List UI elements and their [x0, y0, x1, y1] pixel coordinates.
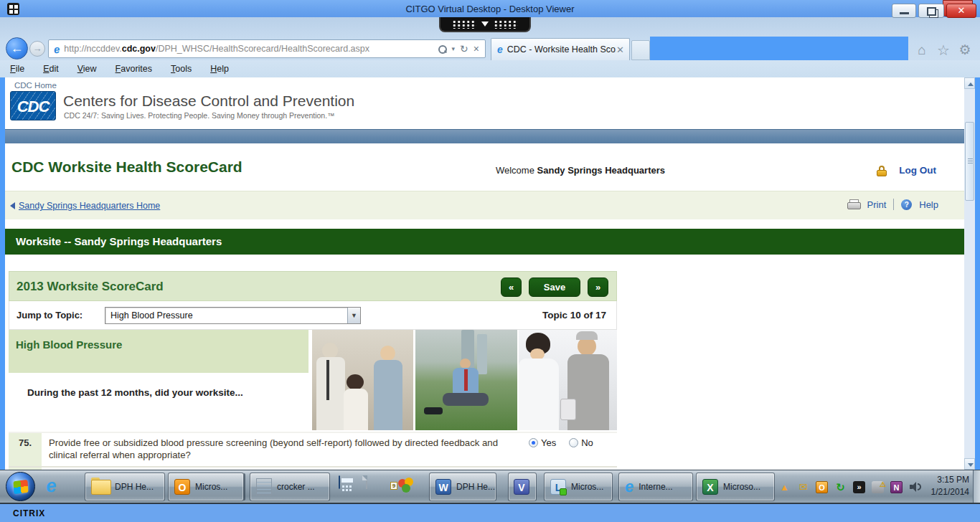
vertical-scrollbar[interactable] [964, 77, 975, 470]
menu-favorites[interactable]: Favorites [116, 64, 152, 74]
document-icon[interactable] [366, 475, 367, 489]
print-link[interactable]: Print [867, 199, 887, 210]
taskbar-button-excel[interactable]: Microso... [696, 473, 775, 501]
outlook-icon [174, 479, 190, 495]
topic-select[interactable]: High Blood Pressure ▼ [105, 307, 361, 324]
menu-help[interactable]: Help [210, 64, 229, 74]
taskbar: e DPH He... Micros... crocker ... DPH He… [0, 470, 980, 503]
sync-icon[interactable] [834, 481, 847, 493]
new-tab-button[interactable] [631, 40, 650, 60]
notch-grip-dots [452, 20, 476, 29]
home-icon[interactable]: ⌂ [913, 42, 931, 59]
outlook-tray-icon[interactable] [816, 481, 828, 493]
menu-file[interactable]: File [10, 64, 24, 74]
search-icon[interactable] [438, 44, 447, 54]
forward-button[interactable]: → [29, 41, 45, 57]
scroll-down-icon[interactable] [964, 458, 975, 470]
warning-status-icon[interactable] [872, 481, 884, 493]
favorites-star-icon[interactable]: ☆ [934, 42, 953, 59]
ie-launcher-icon[interactable]: e [44, 474, 57, 497]
browser-minimize-button[interactable] [892, 4, 916, 18]
taskbar-button-notepad[interactable]: crocker ... [250, 473, 330, 501]
menu-view[interactable]: View [77, 64, 97, 74]
topic-position: Topic 10 of 17 [542, 310, 606, 321]
address-bar[interactable]: e http://nccddev.cdc.gov/DPH_WHSC/Health… [48, 39, 486, 58]
start-button[interactable] [6, 472, 35, 501]
calculator-icon[interactable] [339, 475, 340, 489]
breadcrumb[interactable]: Sandy Springs Headquarters Home [10, 201, 160, 211]
photo-man-meditating [415, 330, 517, 430]
speaker-icon[interactable] [909, 481, 921, 493]
ie-favicon: e [53, 42, 60, 55]
folder-icon [91, 480, 110, 494]
taskbar-button-word[interactable]: DPH He... [429, 473, 496, 501]
header-divider-bar [5, 129, 964, 143]
cdc-home-link[interactable]: CDC Home [14, 81, 57, 90]
app-window-icon [7, 3, 19, 15]
answer-no[interactable]: No [569, 437, 593, 448]
topic-title: High Blood Pressure [16, 338, 122, 351]
ie-icon: e [624, 477, 635, 496]
welcome-text: Welcome Sandy Springs Headquarters [496, 165, 665, 176]
breadcrumb-link[interactable]: Sandy Springs Headquarters Home [19, 201, 160, 211]
browser-restore-button[interactable] [918, 4, 944, 18]
refresh-icon[interactable]: ↻ [460, 43, 468, 54]
cdc-logo[interactable]: CDC [10, 91, 56, 120]
browser-close-button[interactable]: ✕ [946, 4, 976, 18]
select-dropdown-icon[interactable]: ▼ [347, 308, 360, 323]
stop-icon[interactable]: × [473, 43, 479, 54]
browser-tab[interactable]: e CDC - Worksite Health Sco... ✕ [491, 38, 630, 60]
topic-prompt: During the past 12 months, did your work… [27, 387, 243, 398]
show-hidden-icons-arrow[interactable] [778, 481, 791, 493]
printer-icon[interactable] [847, 199, 860, 210]
taskbar-button-folder[interactable]: DPH He... [85, 473, 165, 501]
notepad-icon [256, 478, 272, 495]
page-content: CDC Home CDC Centers for Disease Control… [5, 77, 964, 470]
scroll-up-icon[interactable] [964, 77, 975, 89]
url-text: http://nccddev.cdc.gov/DPH_WHSC/HealthSc… [64, 44, 369, 54]
radio-no[interactable] [569, 438, 578, 447]
question-text: Provide free or subsidized blood pressur… [49, 437, 508, 462]
window-border [0, 77, 5, 470]
help-link[interactable]: Help [919, 199, 938, 210]
window-title: CITGO Virtual Desktop - Desktop Viewer [0, 4, 980, 14]
radio-yes[interactable] [529, 438, 538, 447]
breadcrumb-strip: Sandy Springs Headquarters Home Print He… [5, 191, 964, 219]
logout-link[interactable]: Log Out [899, 165, 936, 176]
taskbar-button-ie[interactable]: e Interne... [618, 473, 693, 501]
clock-time: 3:15 PM [920, 474, 969, 486]
help-icon[interactable] [901, 199, 912, 210]
next-topic-button[interactable]: » [588, 277, 608, 297]
taskbar-button-lync[interactable]: Micros... [544, 473, 613, 501]
address-dropdown-icon[interactable]: ▾ [452, 45, 456, 52]
citrix-bottom-strip: CITRIX [0, 503, 980, 522]
taskbar-clock[interactable]: 3:15 PM 1/21/2014 [920, 474, 969, 498]
citrix-desktop-viewer: CITGO Virtual Desktop - Desktop Viewer –… [0, 0, 980, 522]
back-arrow-icon [10, 202, 15, 209]
wireless-display-icon[interactable] [853, 481, 865, 493]
answer-yes[interactable]: Yes [529, 437, 556, 448]
scorecard-panel-header: 2013 Worksite ScoreCard « Save » [9, 271, 617, 301]
account-name: Sandy Springs Headquarters [537, 165, 665, 176]
previous-topic-button[interactable]: « [501, 277, 522, 297]
scrollbar-thumb[interactable] [965, 122, 974, 201]
back-button[interactable]: ← [6, 37, 28, 60]
mail-icon[interactable] [797, 481, 809, 493]
scorecard-title: 2013 Worksite ScoreCard [17, 280, 164, 294]
citrix-toolbar-notch[interactable] [439, 17, 531, 32]
question-number: 75. [9, 433, 42, 466]
photo-nurse-elderly-man [519, 330, 617, 430]
taskbar-button-outlook[interactable]: Micros... [168, 473, 244, 501]
show-desktop-button[interactable] [973, 470, 980, 503]
address-controls: ▾ ↻ × [438, 43, 485, 54]
save-button[interactable]: Save [529, 277, 580, 297]
settings-gear-icon[interactable]: ⚙ [956, 42, 974, 59]
onenote-icon[interactable] [890, 481, 903, 493]
tab-title: CDC - Worksite Health Sco... [507, 44, 616, 54]
menu-edit[interactable]: Edit [43, 64, 59, 74]
lync-icon [550, 479, 566, 495]
menu-tools[interactable]: Tools [171, 64, 192, 74]
taskbar-button-visio[interactable] [508, 473, 537, 501]
word-icon [435, 479, 451, 495]
tab-close-icon[interactable]: ✕ [616, 44, 624, 55]
